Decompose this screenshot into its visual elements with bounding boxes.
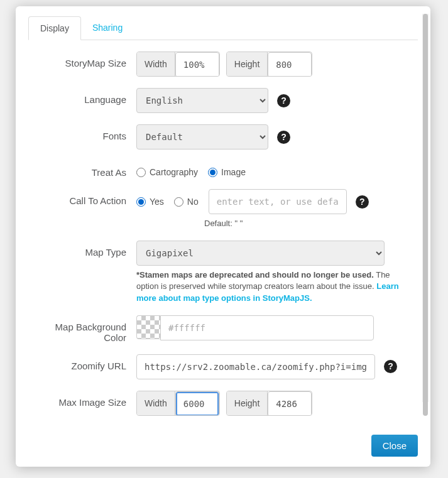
tab-display[interactable]: Display <box>28 16 81 40</box>
fonts-select[interactable]: Default <box>136 124 268 149</box>
radio-image[interactable] <box>208 168 217 177</box>
storymap-width-input[interactable] <box>175 52 219 77</box>
help-icon[interactable]: ? <box>384 360 397 373</box>
scrollbar[interactable] <box>422 14 429 402</box>
maxsize-label: Max Image Size <box>31 391 136 408</box>
help-icon[interactable]: ? <box>356 195 369 209</box>
help-icon[interactable]: ? <box>277 94 290 107</box>
settings-form: StoryMap Size Width Height Language <box>28 40 418 423</box>
radio-cta-no[interactable] <box>174 197 183 207</box>
treatas-cartography[interactable]: Cartography <box>136 167 198 177</box>
cta-yes[interactable]: Yes <box>136 197 164 207</box>
color-swatch[interactable] <box>136 315 160 339</box>
maxsize-width-input[interactable] <box>175 391 219 416</box>
maptype-select[interactable]: Gigapixel <box>136 241 385 266</box>
treatas-label: Treat As <box>31 161 136 178</box>
cta-default-note: Default: " " <box>204 218 412 229</box>
language-select[interactable]: English <box>136 88 268 113</box>
height-addon: Height <box>227 52 268 76</box>
maptype-note: *Stamen maps are deprecated and should n… <box>136 269 412 304</box>
tab-bar: Display Sharing <box>28 16 418 40</box>
fonts-label: Fonts <box>31 124 136 141</box>
zoomify-label: Zoomify URL <box>31 354 136 371</box>
modal-footer: Close <box>16 427 430 467</box>
maxsize-warning: Changing the max image size may move the… <box>136 421 412 423</box>
warning-icon <box>136 422 145 423</box>
storymap-height-input[interactable] <box>268 52 312 77</box>
treatas-image[interactable]: Image <box>208 167 246 177</box>
help-icon[interactable]: ? <box>277 131 290 144</box>
maptype-label: Map Type <box>31 241 136 258</box>
tab-sharing[interactable]: Sharing <box>81 16 134 40</box>
cta-no[interactable]: No <box>174 197 199 207</box>
bgcolor-label: Map Background Color <box>31 315 136 343</box>
width-addon: Width <box>137 52 175 76</box>
radio-cta-yes[interactable] <box>136 197 146 207</box>
settings-modal: Display Sharing StoryMap Size Width Heig… <box>16 6 430 467</box>
close-button[interactable]: Close <box>371 435 418 457</box>
language-label: Language <box>31 88 136 105</box>
maxsize-height-input[interactable] <box>268 391 312 416</box>
radio-cartography[interactable] <box>136 168 146 177</box>
cta-label: Call To Action <box>31 189 136 206</box>
size-label: StoryMap Size <box>31 52 136 68</box>
cta-text-input[interactable] <box>209 189 347 214</box>
bgcolor-input[interactable] <box>160 315 374 340</box>
scrollbar-thumb[interactable] <box>423 14 428 416</box>
zoomify-url-input[interactable] <box>136 354 375 379</box>
